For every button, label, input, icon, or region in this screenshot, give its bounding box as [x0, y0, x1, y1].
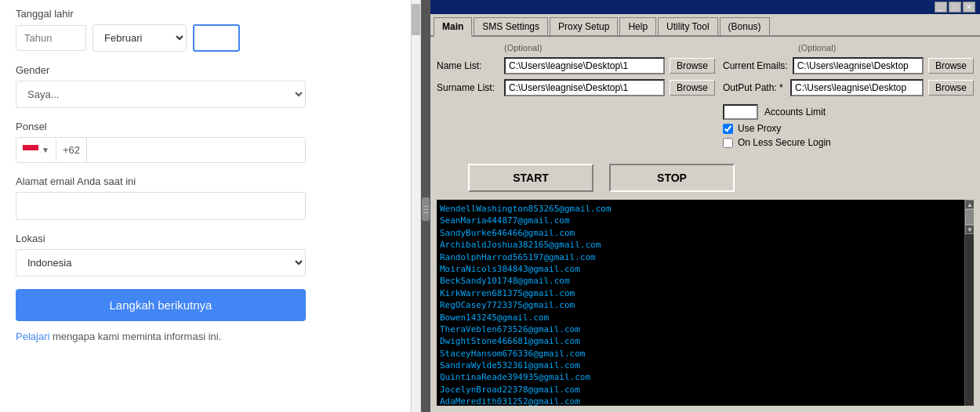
on-less-secure-checkbox[interactable]: [723, 138, 733, 148]
maximize-button[interactable]: □: [949, 2, 961, 13]
log-entry: JocelynBroad22378@gmail.com: [440, 384, 971, 396]
surname-list-row: Surname List: Browse: [437, 79, 715, 96]
learn-link[interactable]: Pelajari: [16, 331, 49, 342]
log-entry: DwightStone466681@gmail.com: [440, 335, 971, 347]
panel-separator: [421, 0, 430, 412]
current-emails-browse-button[interactable]: Browse: [928, 58, 974, 74]
scroll-down-button[interactable]: ▼: [965, 225, 974, 234]
scroll-up-button[interactable]: ▲: [965, 200, 974, 209]
current-emails-input[interactable]: [793, 57, 924, 74]
log-entry: Bowen143245@gmail.com: [440, 312, 971, 323]
lokasi-section: Lokasi Indonesia: [16, 233, 396, 276]
output-path-browse-button[interactable]: Browse: [928, 80, 974, 96]
indonesia-flag-icon: [23, 145, 38, 155]
email-label: Alamat email Anda saat ini: [16, 175, 396, 187]
bulan-select[interactable]: Februari: [93, 24, 187, 52]
accounts-limit-input[interactable]: 10: [723, 104, 758, 120]
use-proxy-row: Use Proxy: [723, 123, 974, 134]
close-button[interactable]: ✕: [963, 2, 975, 13]
phone-number-input[interactable]: [87, 138, 305, 162]
tanggal-lahir-section: Tanggal lahir Februari 17: [16, 8, 396, 52]
learn-description: mengapa kami meminta informasi ini.: [53, 331, 221, 342]
right-panel: _ □ ✕ Main SMS Settings Proxy Setup Help…: [430, 0, 980, 412]
tab-proxy-setup[interactable]: Proxy Setup: [550, 17, 618, 35]
tab-sms-settings[interactable]: SMS Settings: [474, 17, 548, 35]
name-list-label: Name List:: [437, 60, 499, 71]
log-text: WendellWashington853265@gmail.comSeanMar…: [440, 203, 971, 406]
drag-handle[interactable]: [422, 197, 430, 221]
handle-line: [423, 206, 428, 207]
log-entry: StaceyHansom676336@gmail.com: [440, 348, 971, 360]
log-entry: WendellWashington853265@gmail.com: [440, 203, 971, 215]
accounts-limit-label: Accounts Limit: [764, 107, 826, 117]
left-scrollbar[interactable]: [411, 0, 420, 412]
learn-text-block: Pelajari mengapa kami meminta informasi …: [16, 331, 396, 342]
accounts-limit-row: 10 Accounts Limit: [723, 104, 974, 120]
surname-list-label: Surname List:: [437, 82, 499, 93]
tahun-input[interactable]: [16, 25, 86, 51]
output-path-row: OutPut Path: * Browse: [723, 79, 974, 96]
log-entry: SandyBurke646466@gmail.com: [440, 227, 971, 239]
ponsel-label: Ponsel: [16, 121, 396, 132]
left-scrollbar-thumb: [412, 4, 421, 35]
on-less-secure-row: On Less Secure Login: [723, 137, 974, 148]
name-list-browse-button[interactable]: Browse: [670, 58, 715, 74]
tab-utility-tool[interactable]: Utility Tool: [658, 17, 717, 35]
name-list-input[interactable]: [504, 57, 665, 74]
log-entry: SeanMaria444877@gmail.com: [440, 215, 971, 226]
gender-select[interactable]: Saya...: [16, 81, 306, 108]
log-entry: ArchibaldJoshua382165@gmail.com: [440, 239, 971, 251]
email-section: Alamat email Anda saat ini: [16, 175, 396, 220]
output-path-label: OutPut Path: *: [723, 82, 786, 93]
day-input[interactable]: 17: [193, 24, 240, 52]
log-entry: BeckSandy101748@gmail.com: [440, 275, 971, 287]
log-entry: KirkWarren681375@gmail.com: [440, 287, 971, 299]
gender-label: Gender: [16, 64, 396, 76]
tool-body: (Optional) Name List: Browse Surname Lis…: [430, 37, 980, 412]
tanggal-lahir-label: Tanggal lahir: [16, 8, 396, 20]
tab-main[interactable]: Main: [434, 17, 472, 37]
tab-bar: Main SMS Settings Proxy Setup Help Utili…: [430, 14, 980, 37]
tab-help[interactable]: Help: [619, 17, 656, 35]
surname-list-browse-button[interactable]: Browse: [670, 80, 715, 96]
start-button[interactable]: START: [468, 164, 593, 192]
name-list-optional: (Optional): [504, 43, 542, 52]
handle-line: [423, 212, 428, 213]
log-entry: SandraWylde532361@gmail.com: [440, 360, 971, 371]
phone-flag-selector[interactable]: ▼: [16, 139, 56, 161]
current-emails-row: Current Emails: Browse: [723, 57, 974, 74]
log-container: WendellWashington853265@gmail.comSeanMar…: [437, 200, 974, 406]
titlebar: _ □ ✕: [430, 0, 980, 14]
next-button[interactable]: Langkah berikutnya: [16, 289, 306, 321]
ponsel-section: Ponsel ▼ +62: [16, 121, 396, 163]
tab-bonus[interactable]: (Bonus): [720, 17, 770, 35]
log-entry: TheraVeblen673526@gmail.com: [440, 323, 971, 335]
use-proxy-label: Use Proxy: [738, 123, 781, 134]
log-scrollbar[interactable]: ▲ ▼: [964, 200, 974, 406]
stop-button[interactable]: STOP: [609, 164, 735, 192]
use-proxy-checkbox[interactable]: [723, 124, 733, 134]
scroll-thumb[interactable]: [965, 209, 974, 225]
lokasi-select[interactable]: Indonesia: [16, 249, 306, 276]
on-less-secure-label: On Less Secure Login: [738, 137, 831, 148]
log-area[interactable]: WendellWashington853265@gmail.comSeanMar…: [437, 200, 974, 406]
handle-line: [423, 209, 428, 210]
email-input[interactable]: [16, 192, 306, 220]
left-panel: Tanggal lahir Februari 17 Gender Saya...…: [0, 0, 421, 412]
log-entry: RandolphHarrod565197@gmail.com: [440, 251, 971, 263]
minimize-button[interactable]: _: [935, 2, 947, 13]
gender-section: Gender Saya...: [16, 64, 396, 108]
phone-input-group: ▼ +62: [16, 137, 306, 163]
phone-country-code: +62: [56, 138, 87, 162]
current-emails-label: Current Emails:: [723, 60, 788, 71]
surname-list-input[interactable]: [504, 79, 665, 96]
name-list-row: Name List: Browse: [437, 57, 715, 74]
log-entry: AdaMeredith031252@gmail.com: [440, 396, 971, 406]
log-entry: RegOCasey7723375@gmail.com: [440, 299, 971, 311]
output-path-input[interactable]: [790, 79, 924, 96]
log-entry: QuintinaReade394935@gmail.com: [440, 371, 971, 383]
lokasi-label: Lokasi: [16, 233, 396, 244]
log-entry: MoiraNicols384843@gmail.com: [440, 263, 971, 275]
flag-dropdown-icon: ▼: [42, 146, 49, 154]
current-emails-optional: (Optional): [798, 43, 836, 52]
